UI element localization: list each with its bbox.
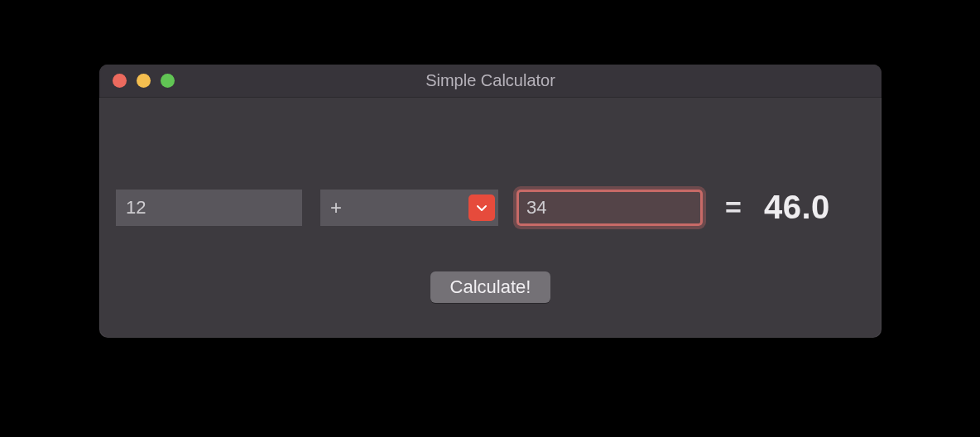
chevron-down-icon xyxy=(468,194,495,221)
equals-label: = xyxy=(721,191,746,223)
operand-a-input[interactable] xyxy=(116,190,302,226)
button-row: Calculate! xyxy=(116,271,865,303)
minimize-button[interactable] xyxy=(137,74,151,88)
operator-select[interactable]: + xyxy=(320,190,498,226)
operand-b-input[interactable] xyxy=(516,190,703,226)
window-title: Simple Calculator xyxy=(99,71,882,90)
title-bar[interactable]: Simple Calculator xyxy=(99,65,882,98)
close-button[interactable] xyxy=(113,74,127,88)
result-value: 46.0 xyxy=(764,189,830,226)
window-controls xyxy=(99,74,175,88)
calculate-button[interactable]: Calculate! xyxy=(430,271,551,303)
calculator-row: + = 46.0 xyxy=(116,189,865,226)
content-area: + = 46.0 Calculate! xyxy=(99,189,882,303)
app-window: Simple Calculator + = 46.0 Calculate! xyxy=(99,65,882,338)
operator-value: + xyxy=(320,196,468,219)
zoom-button[interactable] xyxy=(161,74,175,88)
